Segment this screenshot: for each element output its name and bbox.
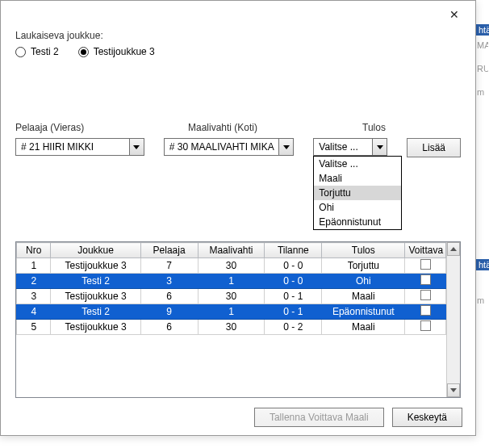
cell-tilanne: 0 - 0 xyxy=(265,274,322,289)
add-button[interactable]: Lisää xyxy=(407,138,461,157)
close-button[interactable]: ✕ xyxy=(440,4,469,25)
cell-nro: 2 xyxy=(17,274,51,289)
cell-tulos: Epäonnistunut xyxy=(322,304,405,320)
bg-fragment: htä xyxy=(476,259,489,270)
table-row[interactable]: 3Testijoukkue 36300 - 1Maali xyxy=(17,289,446,304)
cell-tilanne: 0 - 2 xyxy=(265,320,322,335)
result-option-valitse[interactable]: Valitse ... xyxy=(314,157,401,171)
radio-testi2[interactable]: Testi 2 xyxy=(15,46,59,57)
result-option-ohi[interactable]: Ohi xyxy=(314,200,401,215)
scroll-down-icon[interactable] xyxy=(447,383,460,397)
table-row[interactable]: 2Testi 2310 - 0Ohi xyxy=(17,274,446,289)
cancel-button-label: Keskeytä xyxy=(408,412,447,423)
table-scrollbar[interactable] xyxy=(446,242,460,397)
result-field-label: Tulos xyxy=(362,122,427,133)
add-button-label: Lisää xyxy=(422,142,445,153)
col-tilanne[interactable]: Tilanne xyxy=(265,243,322,258)
cell-nro: 1 xyxy=(17,258,51,274)
cell-maalivahti: 30 xyxy=(198,258,265,274)
cell-voittava xyxy=(405,258,446,274)
cell-tilanne: 0 - 1 xyxy=(265,289,322,304)
cell-tulos: Maali xyxy=(322,289,405,304)
col-voittava[interactable]: Voittava xyxy=(405,243,446,258)
results-table-wrap: Nro Joukkue Pelaaja Maalivahti Tilanne T… xyxy=(15,241,461,398)
cell-maalivahti: 1 xyxy=(198,304,265,320)
radio-icon xyxy=(78,47,89,57)
cell-joukkue: Testi 2 xyxy=(51,304,140,320)
bg-fragment: htä xyxy=(476,24,489,36)
bg-fragment: RU xyxy=(477,64,488,73)
radio-label: Testi 2 xyxy=(31,46,59,57)
col-pelaaja[interactable]: Pelaaja xyxy=(140,243,198,258)
cell-maalivahti: 30 xyxy=(198,320,265,335)
cancel-button[interactable]: Keskeytä xyxy=(392,408,462,427)
col-maalivahti[interactable]: Maalivahti xyxy=(198,243,265,258)
cell-nro: 5 xyxy=(17,320,51,335)
cell-joukkue: Testijoukkue 3 xyxy=(51,258,140,274)
goalie-combo-value: # 30 MAALIVAHTI MIKA xyxy=(169,141,274,153)
result-option-epaonnistunut[interactable]: Epäonnistunut xyxy=(314,215,401,229)
cell-pelaaja: 7 xyxy=(140,258,198,274)
cell-tilanne: 0 - 0 xyxy=(265,258,322,274)
cell-maalivahti: 1 xyxy=(198,274,265,289)
result-option-torjuttu[interactable]: Torjuttu xyxy=(314,186,401,200)
winning-checkbox[interactable] xyxy=(420,259,431,270)
chevron-down-icon xyxy=(278,139,293,155)
bg-fragment: m xyxy=(477,87,488,97)
table-row[interactable]: 5Testijoukkue 36300 - 2Maali xyxy=(17,320,446,335)
winning-checkbox[interactable] xyxy=(420,274,431,285)
cell-tulos: Ohi xyxy=(322,274,405,289)
table-row[interactable]: 4Testi 2910 - 1Epäonnistunut xyxy=(17,304,446,320)
bg-fragment: MA xyxy=(477,40,488,50)
radio-label: Testijoukkue 3 xyxy=(94,46,155,57)
scroll-up-icon[interactable] xyxy=(447,242,460,256)
chevron-down-icon xyxy=(129,139,144,155)
cell-joukkue: Testijoukkue 3 xyxy=(51,289,140,304)
result-dropdown: Valitse ... Maali Torjuttu Ohi Epäonnist… xyxy=(313,156,402,230)
cell-tilanne: 0 - 1 xyxy=(265,304,322,320)
table-row[interactable]: 1Testijoukkue 37300 - 0Torjuttu xyxy=(17,258,446,274)
radio-testijoukkue3[interactable]: Testijoukkue 3 xyxy=(78,46,155,57)
radio-icon xyxy=(15,47,26,57)
cell-voittava xyxy=(405,304,446,320)
winning-checkbox[interactable] xyxy=(420,290,431,300)
cell-voittava xyxy=(405,289,446,304)
cell-maalivahti: 30 xyxy=(198,289,265,304)
results-table: Nro Joukkue Pelaaja Maalivahti Tilanne T… xyxy=(16,242,446,335)
winning-checkbox[interactable] xyxy=(420,320,431,331)
result-option-maali[interactable]: Maali xyxy=(314,171,401,186)
close-icon: ✕ xyxy=(449,8,459,21)
cell-voittava xyxy=(405,320,446,335)
cell-voittava xyxy=(405,274,446,289)
chevron-down-icon xyxy=(372,139,387,155)
result-combo[interactable]: Valitse ... xyxy=(313,138,387,156)
player-combo-value: # 21 HIIRI MIKKI xyxy=(21,141,94,153)
cell-nro: 3 xyxy=(17,289,51,304)
result-combo-value: Valitse ... xyxy=(319,141,357,153)
winning-checkbox[interactable] xyxy=(420,305,431,316)
cell-pelaaja: 3 xyxy=(140,274,198,289)
col-tulos[interactable]: Tulos xyxy=(322,243,405,258)
player-combo[interactable]: # 21 HIIRI MIKKI xyxy=(15,138,144,156)
save-button-label: Tallenna Voittava Maali xyxy=(270,412,369,423)
col-nro[interactable]: Nro xyxy=(17,243,51,258)
cell-joukkue: Testijoukkue 3 xyxy=(51,320,140,335)
cell-pelaaja: 6 xyxy=(140,320,198,335)
goalie-combo[interactable]: # 30 MAALIVAHTI MIKA xyxy=(164,138,294,156)
player-field-label: Pelaaja (Vieras) xyxy=(15,122,169,133)
cell-tulos: Torjuttu xyxy=(322,258,405,274)
cell-joukkue: Testi 2 xyxy=(51,274,140,289)
cell-nro: 4 xyxy=(17,304,51,320)
save-winning-goal-button[interactable]: Tallenna Voittava Maali xyxy=(254,408,384,427)
bg-fragment: m xyxy=(477,295,488,305)
cell-tulos: Maali xyxy=(322,320,405,335)
cell-pelaaja: 6 xyxy=(140,289,198,304)
shooting-team-label: Laukaiseva joukkue: xyxy=(15,30,461,41)
dialog-window: ✕ Laukaiseva joukkue: Testi 2 Testijoukk… xyxy=(0,0,476,436)
cell-pelaaja: 9 xyxy=(140,304,198,320)
goalie-field-label: Maalivahti (Koti) xyxy=(188,122,343,133)
col-joukkue[interactable]: Joukkue xyxy=(51,243,140,258)
